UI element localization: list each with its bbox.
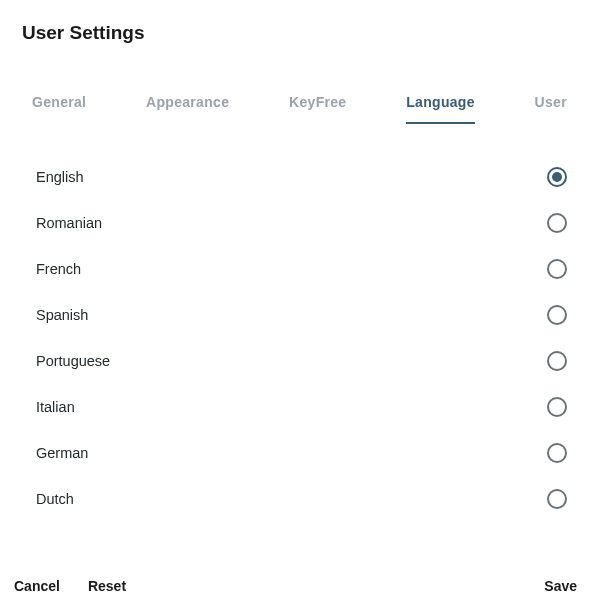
tab-keyfree[interactable]: KeyFree (289, 94, 346, 124)
language-option-german[interactable]: German (22, 430, 577, 476)
language-option-dutch[interactable]: Dutch (22, 476, 577, 522)
language-label: German (36, 445, 88, 461)
language-label: French (36, 261, 81, 277)
radio-icon[interactable] (547, 305, 567, 325)
tabs: General Appearance KeyFree Language User (22, 94, 577, 124)
language-label: Italian (36, 399, 75, 415)
language-label: English (36, 169, 84, 185)
language-label: Dutch (36, 491, 74, 507)
language-option-portuguese[interactable]: Portuguese (22, 338, 577, 384)
language-option-english[interactable]: English (22, 154, 577, 200)
language-option-italian[interactable]: Italian (22, 384, 577, 430)
language-option-spanish[interactable]: Spanish (22, 292, 577, 338)
tab-general[interactable]: General (32, 94, 86, 124)
radio-icon[interactable] (547, 443, 567, 463)
language-option-romanian[interactable]: Romanian (22, 200, 577, 246)
page-title: User Settings (22, 22, 577, 44)
radio-icon[interactable] (547, 351, 567, 371)
language-label: Spanish (36, 307, 88, 323)
tab-language[interactable]: Language (406, 94, 475, 124)
radio-icon[interactable] (547, 213, 567, 233)
save-button[interactable]: Save (544, 578, 577, 594)
reset-button[interactable]: Reset (88, 578, 126, 594)
radio-icon[interactable] (547, 259, 567, 279)
tab-user[interactable]: User (535, 94, 567, 124)
tab-appearance[interactable]: Appearance (146, 94, 229, 124)
footer: Cancel Reset Save (14, 578, 577, 594)
radio-icon[interactable] (547, 167, 567, 187)
language-label: Portuguese (36, 353, 110, 369)
language-option-french[interactable]: French (22, 246, 577, 292)
language-options: English Romanian French Spanish Portugue… (22, 154, 577, 522)
language-label: Romanian (36, 215, 102, 231)
radio-icon[interactable] (547, 397, 567, 417)
radio-icon[interactable] (547, 489, 567, 509)
cancel-button[interactable]: Cancel (14, 578, 60, 594)
